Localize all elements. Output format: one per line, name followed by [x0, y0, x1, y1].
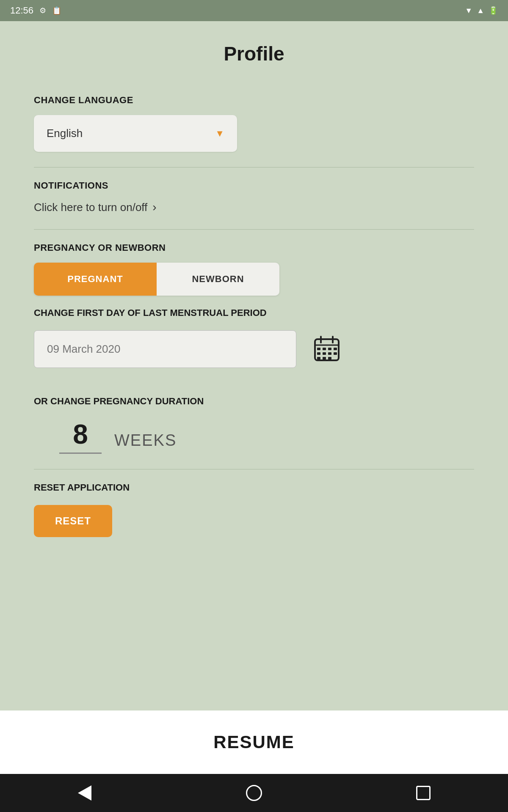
svg-rect-7 — [334, 348, 337, 350]
nav-recents-button[interactable] — [406, 776, 440, 810]
resume-bar[interactable]: RESUME — [0, 710, 508, 774]
menstrual-period-label: CHANGE FIRST DAY OF LAST MENSTRUAL PERIO… — [34, 307, 474, 318]
language-dropdown[interactable]: English ▼ — [34, 115, 237, 152]
page-title: Profile — [0, 21, 508, 82]
svg-rect-12 — [317, 357, 320, 359]
clipboard-icon: 📋 — [52, 6, 61, 15]
weeks-label: WEEKS — [114, 431, 177, 454]
svg-rect-11 — [334, 352, 337, 355]
pregnancy-newborn-section: PREGNANCY OR NEWBORN PREGNANT NEWBORN CH… — [34, 230, 474, 383]
status-right: ▼ ▲ 🔋 — [465, 6, 498, 15]
resume-text[interactable]: RESUME — [213, 732, 295, 752]
status-left: 12:56 ⚙ 📋 — [10, 5, 61, 16]
reset-application-section: RESET APPLICATION RESET — [34, 469, 474, 562]
wifi-icon: ▼ — [465, 6, 472, 15]
newborn-button[interactable]: NEWBORN — [157, 263, 279, 296]
svg-rect-13 — [323, 357, 326, 359]
pregnancy-newborn-label: PREGNANCY OR NEWBORN — [34, 242, 474, 253]
notifications-link[interactable]: Click here to turn on/off › — [34, 200, 474, 214]
status-bar: 12:56 ⚙ 📋 ▼ ▲ 🔋 — [0, 0, 508, 21]
svg-rect-14 — [328, 357, 331, 359]
duration-row: 8 WEEKS — [34, 419, 474, 454]
svg-rect-10 — [328, 352, 331, 355]
pregnancy-duration-section: OR CHANGE PREGNANCY DURATION 8 WEEKS — [34, 383, 474, 469]
notifications-link-text: Click here to turn on/off — [34, 201, 147, 214]
nav-home-button[interactable] — [237, 776, 271, 810]
toggle-group: PREGNANT NEWBORN — [34, 263, 279, 296]
svg-rect-8 — [317, 352, 320, 355]
date-row — [34, 330, 474, 368]
date-input[interactable] — [34, 330, 296, 368]
main-content: Profile CHANGE LANGUAGE English ▼ NOTIFI… — [0, 21, 508, 710]
chevron-right-icon: › — [152, 200, 156, 214]
notifications-section: NOTIFICATIONS Click here to turn on/off … — [34, 167, 474, 229]
change-language-label: CHANGE LANGUAGE — [34, 95, 474, 106]
calendar-button[interactable] — [309, 331, 345, 368]
nav-back-button[interactable] — [68, 776, 102, 810]
dropdown-arrow-icon: ▼ — [215, 128, 224, 139]
language-selected-text: English — [47, 127, 83, 140]
svg-rect-5 — [323, 348, 326, 350]
battery-icon: 🔋 — [489, 6, 498, 15]
reset-application-label: RESET APPLICATION — [34, 482, 474, 493]
change-language-section: CHANGE LANGUAGE English ▼ — [34, 82, 474, 167]
calendar-icon — [313, 335, 340, 362]
status-time: 12:56 — [10, 5, 33, 16]
svg-rect-9 — [323, 352, 326, 355]
notifications-label: NOTIFICATIONS — [34, 180, 474, 191]
svg-rect-4 — [317, 348, 320, 350]
weeks-number[interactable]: 8 — [59, 419, 102, 454]
reset-button[interactable]: RESET — [34, 505, 112, 537]
settings-icon: ⚙ — [39, 6, 46, 15]
svg-rect-6 — [328, 348, 331, 350]
signal-icon: ▲ — [477, 6, 484, 15]
nav-bar — [0, 774, 508, 812]
pregnancy-duration-label: OR CHANGE PREGNANCY DURATION — [34, 396, 474, 407]
sections-container: CHANGE LANGUAGE English ▼ NOTIFICATIONS … — [0, 82, 508, 562]
pregnant-button[interactable]: PREGNANT — [34, 263, 157, 296]
